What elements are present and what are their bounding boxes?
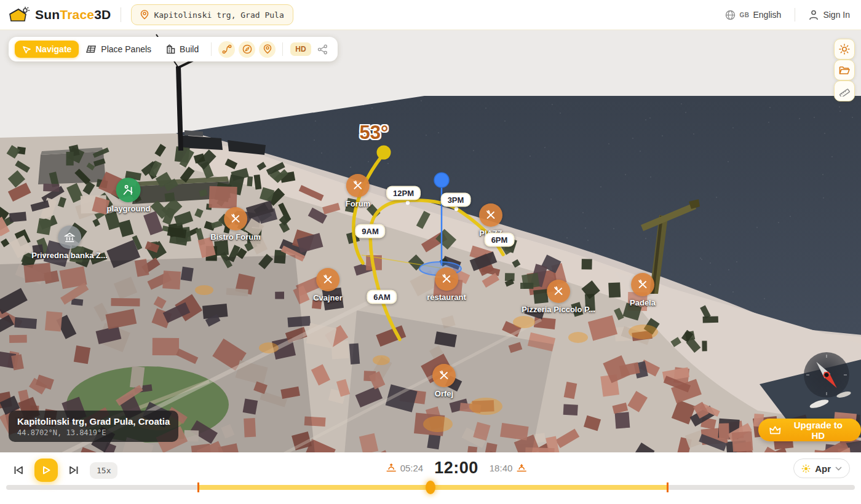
poi-marker[interactable]: Bistro Forum — [210, 207, 261, 242]
house-sun-logo-icon — [9, 6, 30, 23]
poi-label: Orfej — [435, 389, 453, 398]
time-slider-handle[interactable] — [426, 481, 435, 494]
sign-in-label: Sign In — [823, 10, 850, 20]
poi-marker[interactable]: restaurant — [427, 267, 466, 302]
poi-marker[interactable]: Privredna banka Z... — [31, 226, 108, 260]
poi-label: Bistro Forum — [210, 232, 261, 242]
poi-label: Pizzeria Piccolo P... — [522, 305, 595, 314]
toolbar-divider — [282, 42, 283, 56]
top-bar: SunTrace3D Kapitolinski trg, Grad Pula G… — [0, 0, 861, 30]
location-search[interactable]: Kapitolinski trg, Grad Pula — [131, 4, 293, 25]
build-label: Build — [180, 44, 199, 54]
route-icon — [222, 44, 232, 54]
measure-ruler-button[interactable] — [834, 81, 855, 101]
time-slider-track[interactable] — [6, 485, 855, 490]
sun-marker[interactable] — [377, 146, 391, 160]
upgrade-label: Upgrade to HD — [787, 420, 850, 441]
sun-path-tool-button[interactable] — [218, 41, 235, 58]
navigate-button[interactable]: Navigate — [15, 41, 79, 58]
selection-pin-head[interactable] — [434, 173, 449, 187]
speed-selector[interactable]: 15x — [90, 462, 117, 479]
solar-panel-icon — [86, 45, 97, 54]
sunrise-value: 05:24 — [400, 463, 424, 473]
poi-restaurant-icon — [435, 267, 458, 291]
poi-label: playground — [107, 204, 151, 213]
poi-marker[interactable]: Forum — [346, 174, 370, 208]
projects-folder-button[interactable] — [834, 60, 855, 81]
poi-restaurant-icon — [224, 207, 247, 230]
brand-logo[interactable]: SunTrace3D — [9, 6, 111, 23]
poi-marker[interactable]: playground — [107, 178, 151, 213]
language-selector[interactable]: GB English — [725, 10, 781, 20]
skip-back-button[interactable] — [11, 463, 26, 478]
sunset-icon — [516, 463, 526, 473]
poi-restaurant-icon — [432, 364, 456, 387]
folder-icon — [839, 65, 850, 75]
sun-time-chip: 9AM — [355, 224, 385, 238]
map-pin-icon — [263, 44, 272, 54]
time-readouts: 05:24 12:00 18:40 — [386, 459, 527, 478]
poi-playground-icon — [116, 178, 141, 202]
play-button[interactable] — [34, 459, 58, 482]
upgrade-to-hd-button[interactable]: Upgrade to HD — [758, 419, 861, 441]
compass-widget[interactable] — [804, 352, 849, 398]
poi-marker[interactable]: Cvajner — [313, 268, 343, 302]
sun-settings-button[interactable] — [834, 39, 855, 60]
building-icon — [166, 44, 175, 54]
toolbar-divider — [211, 42, 212, 56]
current-time: 12:00 — [434, 459, 478, 478]
poi-label: Padela — [630, 298, 656, 307]
location-info-card: Kapitolinski trg, Grad Pula, Croatia 44.… — [9, 411, 178, 442]
navigate-cursor-icon — [22, 45, 31, 54]
sun-elevation-label: 53° — [360, 122, 389, 144]
language-code: GB — [739, 12, 749, 18]
sunrise-tick — [197, 482, 199, 492]
sun-icon — [839, 44, 850, 55]
location-title: Kapitolinski trg, Grad Pula, Croatia — [17, 416, 170, 427]
ruler-icon — [839, 85, 850, 96]
month-label: Apr — [815, 463, 831, 474]
sign-in-button[interactable]: Sign In — [809, 10, 850, 20]
sunset-tick — [667, 482, 669, 492]
sun-time-chip: 3PM — [441, 193, 471, 207]
compass-tool-button[interactable] — [239, 41, 255, 58]
poi-restaurant-icon — [631, 273, 654, 296]
sun-time-chip: 6PM — [485, 233, 515, 247]
header-divider — [795, 8, 795, 22]
skip-forward-button[interactable] — [66, 463, 81, 478]
skip-back-icon — [12, 464, 25, 476]
place-panels-label: Place Panels — [101, 44, 151, 54]
poi-marker[interactable]: Padela — [630, 273, 656, 307]
language-label: English — [753, 10, 781, 20]
arc-dot-12pm — [406, 201, 410, 205]
poi-restaurant-icon — [547, 280, 570, 303]
sunset-value: 18:40 — [490, 463, 513, 473]
play-icon — [41, 465, 51, 475]
skip-forward-icon — [68, 464, 80, 476]
poi-marker[interactable]: Orfej — [432, 364, 456, 398]
brand-name: SunTrace3D — [35, 7, 111, 22]
crown-icon — [769, 425, 781, 435]
sunrise-time: 05:24 — [386, 463, 424, 473]
sun-time-chip: 12PM — [386, 186, 421, 200]
poi-label: Cvajner — [313, 293, 343, 302]
header-divider — [121, 7, 121, 22]
place-panels-button[interactable]: Place Panels — [79, 41, 159, 58]
build-button[interactable]: Build — [159, 41, 206, 58]
pin-tool-button[interactable] — [259, 41, 276, 58]
poi-restaurant-icon — [316, 268, 339, 291]
arc-dot-3pm — [454, 207, 458, 211]
user-icon — [809, 10, 819, 20]
poi-bank-icon — [58, 226, 81, 249]
navigate-label: Navigate — [36, 44, 71, 54]
sunset-time: 18:40 — [490, 463, 527, 473]
sun-small-icon — [801, 464, 811, 473]
month-selector[interactable]: Apr — [793, 459, 850, 478]
poi-marker[interactable]: Pizzeria Piccolo P... — [522, 280, 595, 314]
hd-quality-badge[interactable]: HD — [290, 42, 311, 56]
share-button[interactable] — [317, 44, 328, 55]
playback-controls: 15x — [11, 459, 117, 482]
share-icon — [317, 44, 328, 55]
poi-restaurant-icon — [479, 203, 502, 227]
sun-time-chip: 6AM — [367, 290, 397, 304]
